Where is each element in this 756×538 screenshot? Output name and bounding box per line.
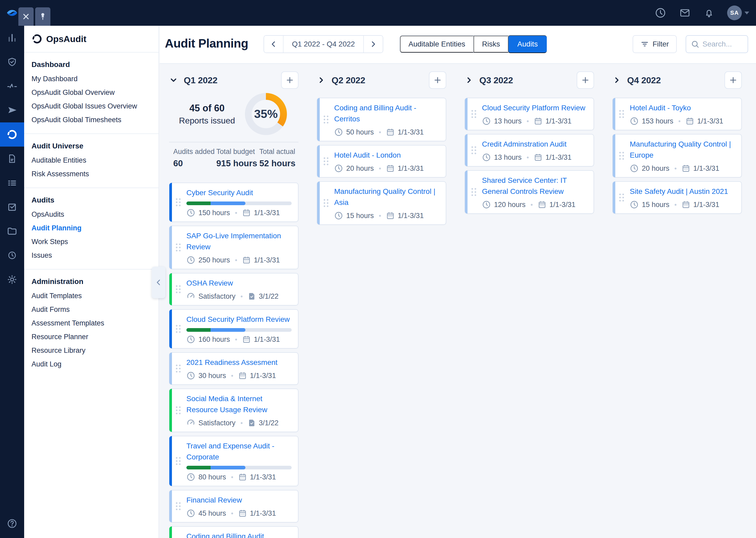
audit-card[interactable]: Site Safety Audit | Austin 2021 15 hours…: [612, 181, 742, 214]
tab-auditable-entities[interactable]: Auditable Entities: [400, 36, 474, 53]
audit-card[interactable]: Cloud Security Platform Review 160 hours…: [169, 309, 299, 349]
audit-card[interactable]: Manufacturing Quality Control | Europe 2…: [612, 134, 742, 178]
audit-title-link[interactable]: Manufacturing Quality Control | Europe: [630, 139, 735, 161]
drag-handle-icon[interactable]: [324, 116, 328, 124]
column-collapse-toggle-chevron-right-icon[interactable]: [612, 76, 621, 84]
rail-item-analytics-bars[interactable]: [0, 26, 24, 50]
search-input[interactable]: [702, 40, 739, 48]
pin-tab-button[interactable]: [35, 7, 50, 26]
sidebar-item-opsaudit-global-timesheets[interactable]: OpsAudit Global Timesheets: [24, 113, 159, 127]
drag-handle-icon[interactable]: [619, 110, 624, 118]
audit-title-link[interactable]: Hotel Audit - Toyko: [630, 102, 735, 114]
audit-card[interactable]: Travel and Expense Audit - Corporate 80 …: [169, 436, 299, 486]
sidebar-item-issues[interactable]: Issues: [24, 248, 159, 262]
user-menu[interactable]: SA: [727, 6, 749, 20]
drag-handle-icon[interactable]: [324, 157, 328, 165]
notifications-bell-icon[interactable]: [703, 7, 715, 19]
rail-item-opsaudit-ring[interactable]: [0, 123, 24, 146]
audit-title-link[interactable]: SAP Go-Live Implementation Review: [186, 230, 292, 252]
sidebar-item-risk-assessments[interactable]: Risk Assessments: [24, 167, 159, 181]
audit-card[interactable]: OSHA Review Satisfactory 3/1/22: [169, 273, 299, 305]
drag-handle-icon[interactable]: [176, 198, 181, 206]
sidebar-item-opsaudits[interactable]: OpsAudits: [24, 207, 159, 221]
drag-handle-icon[interactable]: [471, 146, 476, 154]
audit-title-link[interactable]: Coding and Billing Audit - Cerritos: [334, 102, 440, 125]
add-audit-button[interactable]: [281, 72, 299, 89]
audit-card[interactable]: Coding and Billing Audit Satisfactory 3/…: [169, 526, 299, 538]
audit-title-link[interactable]: Coding and Billing Audit: [186, 531, 292, 538]
avatar[interactable]: SA: [727, 6, 742, 20]
audit-card[interactable]: SAP Go-Live Implementation Review 250 ho…: [169, 226, 299, 269]
column-collapse-toggle-chevron-right-icon[interactable]: [465, 76, 474, 84]
tab-audits[interactable]: Audits: [508, 35, 547, 53]
close-tab-button[interactable]: [19, 7, 34, 26]
sidebar-collapse-handle[interactable]: [152, 267, 165, 298]
sidebar-item-auditable-entities[interactable]: Auditable Entities: [24, 153, 159, 167]
audit-title-link[interactable]: Shared Service Center: IT General Contro…: [482, 175, 587, 197]
history-clock-icon[interactable]: [655, 7, 666, 19]
tab-risks[interactable]: Risks: [474, 36, 508, 53]
audit-card[interactable]: Social Media & Internet Resource Usage R…: [169, 389, 299, 432]
audit-title-link[interactable]: Hotel Audit - London: [334, 150, 440, 161]
sidebar-item-opsaudit-global-overview[interactable]: OpsAudit Global Overview: [24, 86, 159, 99]
audit-title-link[interactable]: 2021 Readiness Assesment: [186, 357, 292, 368]
sidebar-item-opsaudit-global-issues-overview[interactable]: OpsAudit Global Issues Overview: [24, 99, 159, 113]
audit-title-link[interactable]: OSHA Review: [186, 278, 292, 289]
rail-item-shield-check[interactable]: [0, 50, 24, 74]
sidebar-item-audit-log[interactable]: Audit Log: [24, 357, 159, 371]
sidebar-item-audit-forms[interactable]: Audit Forms: [24, 303, 159, 316]
drag-handle-icon[interactable]: [176, 457, 181, 465]
help-button[interactable]: [0, 514, 24, 533]
audit-card[interactable]: Hotel Audit - London 20 hours 1/1-3/31: [317, 145, 446, 178]
add-audit-button[interactable]: [429, 72, 446, 89]
sidebar-item-audit-templates[interactable]: Audit Templates: [24, 289, 159, 303]
audit-title-link[interactable]: Cyber Security Audit: [186, 187, 292, 198]
drag-handle-icon[interactable]: [471, 188, 476, 196]
sidebar-item-audit-planning[interactable]: Audit Planning: [24, 221, 159, 235]
sidebar-item-my-dashboard[interactable]: My Dashboard: [24, 72, 159, 86]
rail-item-document[interactable]: [0, 146, 24, 171]
audit-card[interactable]: Hotel Audit - Toyko 153 hours 1/1-3/31: [612, 98, 742, 130]
rail-item-activity-pulse[interactable]: [0, 74, 24, 98]
add-audit-button[interactable]: [577, 72, 594, 89]
audit-title-link[interactable]: Site Safety Audit | Austin 2021: [630, 186, 735, 197]
add-audit-button[interactable]: [725, 72, 742, 89]
audit-card[interactable]: Cloud Security Platform Review 13 hours …: [465, 98, 594, 130]
audit-card[interactable]: Cyber Security Audit 150 hours 1/1-3/31: [169, 183, 299, 222]
rail-item-list[interactable]: [0, 171, 24, 195]
rail-item-send[interactable]: [0, 98, 24, 123]
audit-card[interactable]: 2021 Readiness Assesment 30 hours 1/1-3/…: [169, 352, 299, 385]
audit-card[interactable]: Shared Service Center: IT General Contro…: [465, 170, 594, 214]
drag-handle-icon[interactable]: [619, 193, 624, 201]
rail-item-task-check[interactable]: [0, 195, 24, 219]
drag-handle-icon[interactable]: [176, 502, 181, 510]
period-next-button[interactable]: [363, 36, 383, 53]
rail-item-folder[interactable]: [0, 219, 24, 243]
audit-title-link[interactable]: Credit Adminstration Audit: [482, 139, 587, 150]
audit-title-link[interactable]: Social Media & Internet Resource Usage R…: [186, 393, 292, 415]
audit-title-link[interactable]: Financial Review: [186, 495, 292, 506]
filter-button[interactable]: Filter: [633, 35, 677, 53]
audit-card[interactable]: Manufacturing Quality Control | Asia 15 …: [317, 181, 446, 225]
sidebar-item-work-steps[interactable]: Work Steps: [24, 235, 159, 248]
drag-handle-icon[interactable]: [471, 110, 476, 118]
drag-handle-icon[interactable]: [176, 243, 181, 251]
audit-title-link[interactable]: Travel and Expense Audit - Corporate: [186, 441, 292, 462]
rail-item-clock[interactable]: [0, 243, 24, 267]
column-collapse-toggle-chevron-down-icon[interactable]: [169, 76, 178, 84]
audit-title-link[interactable]: Cloud Security Platform Review: [482, 102, 587, 114]
rail-item-gear[interactable]: [0, 267, 24, 292]
sidebar-item-resource-planner[interactable]: Resource Planner: [24, 330, 159, 344]
drag-handle-icon[interactable]: [324, 199, 328, 207]
audit-title-link[interactable]: Cloud Security Platform Review: [186, 314, 292, 325]
sidebar-item-resource-library[interactable]: Resource Library: [24, 344, 159, 357]
drag-handle-icon[interactable]: [176, 365, 181, 372]
sidebar-item-assessment-templates[interactable]: Assessment Templates: [24, 316, 159, 330]
drag-handle-icon[interactable]: [176, 406, 181, 414]
audit-card[interactable]: Coding and Billing Audit - Cerritos 50 h…: [317, 98, 446, 141]
period-label[interactable]: Q1 2022 - Q4 2022: [283, 36, 363, 53]
column-collapse-toggle-chevron-right-icon[interactable]: [317, 76, 326, 84]
audit-card[interactable]: Financial Review 45 hours 1/1-3/31: [169, 490, 299, 522]
audit-title-link[interactable]: Manufacturing Quality Control | Asia: [334, 186, 440, 208]
drag-handle-icon[interactable]: [176, 325, 181, 333]
